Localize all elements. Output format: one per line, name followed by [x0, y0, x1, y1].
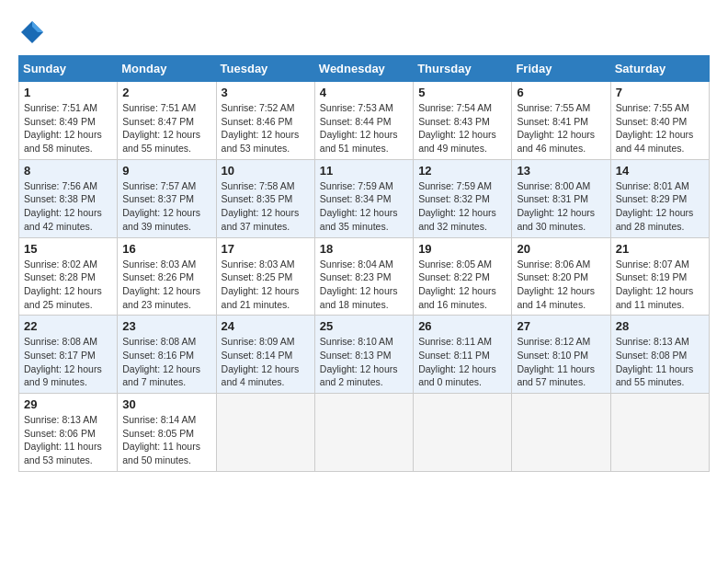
day-info: Sunrise: 8:13 AM Sunset: 8:08 PM Dayligh… — [616, 335, 704, 389]
calendar-cell — [512, 394, 610, 472]
calendar-cell — [414, 394, 512, 472]
calendar-cell: 8Sunrise: 7:56 AM Sunset: 8:38 PM Daylig… — [19, 159, 118, 237]
day-number: 7 — [616, 86, 704, 99]
calendar-cell — [216, 394, 314, 472]
calendar-cell: 12Sunrise: 7:59 AM Sunset: 8:32 PM Dayli… — [414, 159, 512, 237]
calendar-cell: 21Sunrise: 8:07 AM Sunset: 8:19 PM Dayli… — [610, 237, 709, 316]
day-number: 1 — [24, 86, 112, 99]
day-info: Sunrise: 8:09 AM Sunset: 8:14 PM Dayligh… — [222, 335, 310, 389]
weekday-header-row: SundayMondayTuesdayWednesdayThursdayFrid… — [19, 56, 710, 82]
calendar-cell: 16Sunrise: 8:03 AM Sunset: 8:26 PM Dayli… — [118, 237, 216, 316]
day-info: Sunrise: 8:07 AM Sunset: 8:19 PM Dayligh… — [616, 258, 704, 312]
day-info: Sunrise: 7:54 AM Sunset: 8:43 PM Dayligh… — [418, 101, 506, 155]
calendar-cell: 4Sunrise: 7:53 AM Sunset: 8:44 PM Daylig… — [314, 82, 413, 160]
calendar-week-row-1: 8Sunrise: 7:56 AM Sunset: 8:38 PM Daylig… — [19, 159, 710, 237]
calendar-week-row-3: 22Sunrise: 8:08 AM Sunset: 8:17 PM Dayli… — [19, 316, 710, 394]
logo — [18, 18, 50, 46]
logo-icon — [18, 18, 46, 46]
day-info: Sunrise: 8:12 AM Sunset: 8:10 PM Dayligh… — [517, 335, 605, 389]
calendar-table: SundayMondayTuesdayWednesdayThursdayFrid… — [18, 55, 710, 472]
day-number: 5 — [418, 86, 506, 99]
day-info: Sunrise: 8:03 AM Sunset: 8:25 PM Dayligh… — [222, 258, 310, 312]
day-number: 21 — [616, 242, 704, 256]
day-number: 20 — [517, 242, 605, 256]
day-number: 11 — [320, 164, 408, 178]
day-number: 24 — [222, 319, 310, 333]
day-number: 8 — [24, 164, 112, 178]
day-info: Sunrise: 7:59 AM Sunset: 8:32 PM Dayligh… — [418, 179, 506, 234]
day-number: 4 — [320, 86, 408, 99]
calendar-cell: 17Sunrise: 8:03 AM Sunset: 8:25 PM Dayli… — [216, 237, 314, 316]
day-info: Sunrise: 8:00 AM Sunset: 8:31 PM Dayligh… — [517, 179, 605, 234]
day-number: 6 — [517, 86, 605, 99]
day-info: Sunrise: 8:08 AM Sunset: 8:17 PM Dayligh… — [24, 335, 112, 389]
day-info: Sunrise: 7:56 AM Sunset: 8:38 PM Dayligh… — [24, 179, 112, 234]
day-number: 25 — [320, 319, 408, 333]
day-info: Sunrise: 7:57 AM Sunset: 8:37 PM Dayligh… — [122, 179, 210, 234]
day-number: 29 — [24, 397, 112, 411]
day-number: 13 — [517, 164, 605, 178]
day-info: Sunrise: 7:58 AM Sunset: 8:35 PM Dayligh… — [222, 179, 310, 234]
weekday-header-wednesday: Wednesday — [314, 56, 413, 82]
calendar-cell: 13Sunrise: 8:00 AM Sunset: 8:31 PM Dayli… — [512, 159, 610, 237]
day-info: Sunrise: 7:55 AM Sunset: 8:41 PM Dayligh… — [517, 101, 605, 155]
day-info: Sunrise: 8:13 AM Sunset: 8:06 PM Dayligh… — [24, 413, 112, 467]
day-number: 23 — [122, 319, 210, 333]
calendar-cell: 7Sunrise: 7:55 AM Sunset: 8:40 PM Daylig… — [610, 82, 709, 160]
day-info: Sunrise: 7:53 AM Sunset: 8:44 PM Dayligh… — [320, 101, 408, 155]
day-info: Sunrise: 8:05 AM Sunset: 8:22 PM Dayligh… — [418, 258, 506, 312]
day-number: 28 — [616, 319, 704, 333]
weekday-header-monday: Monday — [118, 56, 216, 82]
weekday-header-tuesday: Tuesday — [216, 56, 314, 82]
day-number: 19 — [418, 242, 506, 256]
weekday-header-friday: Friday — [512, 56, 610, 82]
calendar-cell: 11Sunrise: 7:59 AM Sunset: 8:34 PM Dayli… — [314, 159, 413, 237]
calendar-cell: 9Sunrise: 7:57 AM Sunset: 8:37 PM Daylig… — [118, 159, 216, 237]
day-number: 15 — [24, 242, 112, 256]
calendar-cell: 29Sunrise: 8:13 AM Sunset: 8:06 PM Dayli… — [19, 394, 118, 472]
day-number: 14 — [616, 164, 704, 178]
day-info: Sunrise: 8:14 AM Sunset: 8:05 PM Dayligh… — [122, 413, 210, 467]
day-number: 27 — [517, 319, 605, 333]
calendar-cell: 27Sunrise: 8:12 AM Sunset: 8:10 PM Dayli… — [512, 316, 610, 394]
calendar-cell: 28Sunrise: 8:13 AM Sunset: 8:08 PM Dayli… — [610, 316, 709, 394]
day-number: 2 — [122, 86, 210, 99]
day-info: Sunrise: 8:01 AM Sunset: 8:29 PM Dayligh… — [616, 179, 704, 234]
day-info: Sunrise: 7:51 AM Sunset: 8:47 PM Dayligh… — [122, 101, 210, 155]
calendar-cell: 22Sunrise: 8:08 AM Sunset: 8:17 PM Dayli… — [19, 316, 118, 394]
calendar-cell: 10Sunrise: 7:58 AM Sunset: 8:35 PM Dayli… — [216, 159, 314, 237]
calendar-week-row-0: 1Sunrise: 7:51 AM Sunset: 8:49 PM Daylig… — [19, 82, 710, 160]
day-info: Sunrise: 8:08 AM Sunset: 8:16 PM Dayligh… — [122, 335, 210, 389]
calendar-cell: 25Sunrise: 8:10 AM Sunset: 8:13 PM Dayli… — [314, 316, 413, 394]
day-number: 18 — [320, 242, 408, 256]
day-number: 9 — [122, 164, 210, 178]
day-number: 17 — [222, 242, 310, 256]
day-number: 30 — [122, 397, 210, 411]
calendar-cell: 20Sunrise: 8:06 AM Sunset: 8:20 PM Dayli… — [512, 237, 610, 316]
calendar-cell: 30Sunrise: 8:14 AM Sunset: 8:05 PM Dayli… — [118, 394, 216, 472]
day-info: Sunrise: 7:51 AM Sunset: 8:49 PM Dayligh… — [24, 101, 112, 155]
day-info: Sunrise: 8:11 AM Sunset: 8:11 PM Dayligh… — [418, 335, 506, 389]
calendar-cell: 6Sunrise: 7:55 AM Sunset: 8:41 PM Daylig… — [512, 82, 610, 160]
calendar-week-row-2: 15Sunrise: 8:02 AM Sunset: 8:28 PM Dayli… — [19, 237, 710, 316]
weekday-header-sunday: Sunday — [19, 56, 118, 82]
calendar-cell: 18Sunrise: 8:04 AM Sunset: 8:23 PM Dayli… — [314, 237, 413, 316]
day-number: 3 — [222, 86, 310, 99]
calendar-cell: 5Sunrise: 7:54 AM Sunset: 8:43 PM Daylig… — [414, 82, 512, 160]
day-info: Sunrise: 8:03 AM Sunset: 8:26 PM Dayligh… — [122, 258, 210, 312]
calendar-cell: 14Sunrise: 8:01 AM Sunset: 8:29 PM Dayli… — [610, 159, 709, 237]
calendar-cell: 23Sunrise: 8:08 AM Sunset: 8:16 PM Dayli… — [118, 316, 216, 394]
calendar-cell: 1Sunrise: 7:51 AM Sunset: 8:49 PM Daylig… — [19, 82, 118, 160]
calendar-cell: 26Sunrise: 8:11 AM Sunset: 8:11 PM Dayli… — [414, 316, 512, 394]
day-info: Sunrise: 8:06 AM Sunset: 8:20 PM Dayligh… — [517, 258, 605, 312]
header — [18, 18, 710, 46]
day-info: Sunrise: 7:59 AM Sunset: 8:34 PM Dayligh… — [320, 179, 408, 234]
calendar-cell — [610, 394, 709, 472]
calendar-cell — [314, 394, 413, 472]
day-number: 26 — [418, 319, 506, 333]
day-info: Sunrise: 8:04 AM Sunset: 8:23 PM Dayligh… — [320, 258, 408, 312]
day-info: Sunrise: 7:55 AM Sunset: 8:40 PM Dayligh… — [616, 101, 704, 155]
day-number: 16 — [122, 242, 210, 256]
calendar-week-row-4: 29Sunrise: 8:13 AM Sunset: 8:06 PM Dayli… — [19, 394, 710, 472]
calendar-cell: 24Sunrise: 8:09 AM Sunset: 8:14 PM Dayli… — [216, 316, 314, 394]
